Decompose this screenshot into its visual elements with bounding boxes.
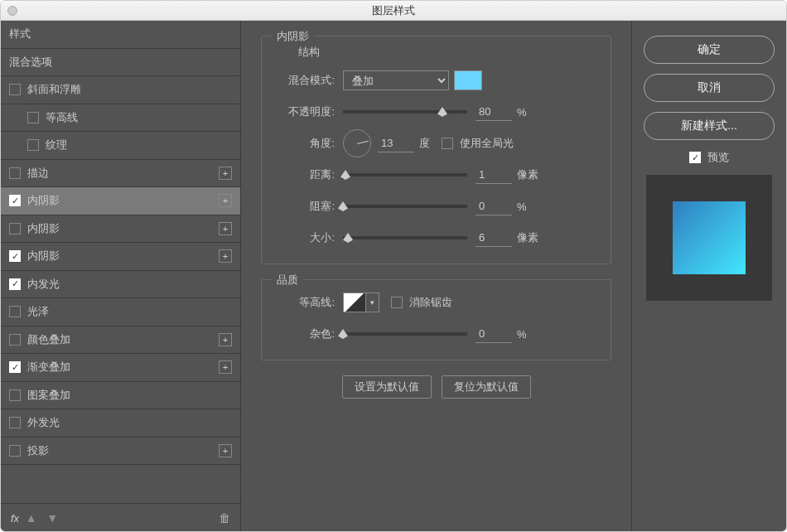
distance-slider[interactable]: [343, 173, 467, 177]
sidebar-item[interactable]: 投影+: [1, 438, 240, 466]
choke-slider[interactable]: [343, 205, 467, 208]
size-unit: 像素: [517, 230, 538, 245]
distance-unit: 像素: [517, 167, 538, 182]
effect-checkbox[interactable]: [9, 195, 21, 206]
sidebar-item-label: 渐变叠加: [27, 360, 70, 375]
plus-icon[interactable]: +: [219, 444, 232, 457]
effect-checkbox[interactable]: [9, 417, 21, 428]
global-light-checkbox[interactable]: [442, 138, 453, 149]
sidebar-item[interactable]: 外发光: [1, 409, 240, 438]
opacity-label: 不透明度:: [275, 104, 335, 119]
size-slider[interactable]: [343, 236, 467, 239]
effect-checkbox[interactable]: [27, 139, 39, 151]
angle-input[interactable]: [378, 134, 414, 152]
effect-checkbox[interactable]: [9, 278, 21, 290]
sidebar-item[interactable]: 颜色叠加+: [1, 326, 240, 355]
window-title: 图层样式: [372, 3, 415, 18]
fx-menu[interactable]: fx: [11, 512, 19, 525]
sidebar-item-label: 颜色叠加: [27, 332, 70, 347]
effect-checkbox[interactable]: [9, 84, 21, 95]
ok-button[interactable]: 确定: [644, 36, 775, 64]
sidebar-item-label: 光泽: [27, 304, 49, 319]
quality-label: 品质: [272, 273, 303, 288]
effect-checkbox[interactable]: [9, 389, 21, 401]
sidebar-item-label: 内发光: [27, 277, 60, 292]
plus-icon[interactable]: +: [219, 249, 232, 263]
sidebar-item-label: 纹理: [46, 138, 67, 152]
cancel-button[interactable]: 取消: [644, 74, 775, 102]
effect-checkbox[interactable]: [9, 361, 21, 373]
new-style-button[interactable]: 新建样式...: [644, 112, 775, 140]
choke-unit: %: [517, 201, 527, 213]
noise-slider[interactable]: [343, 332, 467, 336]
sidebar-bottom-bar: fx ▲ ▼ 🗑: [1, 503, 240, 531]
sidebar-item-label: 内阴影: [27, 221, 60, 236]
title-bar: 图层样式: [1, 1, 786, 21]
sidebar-header-blend-options[interactable]: 混合选项: [1, 49, 240, 77]
opacity-input[interactable]: [476, 103, 512, 121]
distance-input[interactable]: [476, 166, 512, 184]
sidebar-item-label: 外发光: [27, 415, 60, 430]
blend-mode-select[interactable]: 叠加: [343, 70, 449, 90]
sidebar-item[interactable]: 内阴影+: [1, 187, 240, 215]
sidebar-item[interactable]: 斜面和浮雕: [1, 76, 240, 104]
structure-group: 内阴影 结构 混合模式: 叠加 不透明度: % 角度: 度: [261, 36, 611, 264]
styles-sidebar: 样式 混合选项 斜面和浮雕等高线纹理描边+内阴影+内阴影+内阴影+内发光光泽颜色…: [1, 21, 241, 531]
color-swatch[interactable]: [454, 70, 482, 90]
effect-checkbox[interactable]: [9, 167, 21, 179]
plus-icon[interactable]: +: [219, 222, 232, 235]
sidebar-item[interactable]: 图案叠加: [1, 382, 240, 410]
slider-thumb-icon[interactable]: [437, 107, 447, 117]
opacity-unit: %: [517, 106, 527, 118]
arrow-down-icon[interactable]: ▼: [46, 511, 58, 525]
group-title: 内阴影: [272, 29, 314, 44]
noise-input[interactable]: [476, 325, 512, 343]
effect-checkbox[interactable]: [9, 306, 21, 317]
sidebar-header-styles[interactable]: 样式: [1, 21, 240, 49]
style-list: 样式 混合选项 斜面和浮雕等高线纹理描边+内阴影+内阴影+内阴影+内发光光泽颜色…: [1, 21, 240, 503]
sidebar-item[interactable]: 光泽: [1, 298, 240, 326]
slider-thumb-icon[interactable]: [343, 233, 353, 243]
sidebar-item-label: 斜面和浮雕: [27, 82, 81, 97]
sidebar-item[interactable]: 描边+: [1, 160, 240, 188]
plus-icon[interactable]: +: [219, 194, 232, 207]
sidebar-item-label: 等高线: [46, 110, 78, 125]
size-input[interactable]: [476, 229, 512, 247]
blend-mode-label: 混合模式:: [275, 73, 335, 88]
preview-checkbox[interactable]: [689, 152, 701, 163]
sidebar-item-label: 图案叠加: [27, 388, 70, 403]
sidebar-item-label: 内阴影: [27, 193, 60, 208]
sidebar-item[interactable]: 内阴影+: [1, 215, 240, 244]
reset-default-button[interactable]: 复位为默认值: [442, 375, 531, 399]
choke-input[interactable]: [476, 197, 512, 215]
contour-dropdown[interactable]: ▾: [366, 293, 379, 312]
trash-icon[interactable]: 🗑: [219, 511, 230, 525]
slider-thumb-icon[interactable]: [338, 329, 348, 339]
effect-checkbox[interactable]: [9, 250, 21, 262]
plus-icon[interactable]: +: [219, 333, 232, 346]
preview-swatch: [673, 201, 746, 274]
arrow-up-icon[interactable]: ▲: [26, 511, 37, 525]
opacity-slider[interactable]: [343, 110, 467, 114]
effect-checkbox[interactable]: [9, 445, 21, 457]
slider-thumb-icon[interactable]: [340, 170, 350, 180]
plus-icon[interactable]: +: [219, 167, 232, 180]
slider-thumb-icon[interactable]: [338, 201, 348, 211]
effect-checkbox[interactable]: [9, 334, 21, 346]
effect-checkbox[interactable]: [27, 112, 39, 123]
quality-group: 品质 等高线: ▾ 消除锯齿 杂色: %: [261, 279, 611, 360]
antialias-checkbox[interactable]: [391, 297, 403, 308]
sidebar-item[interactable]: 等高线: [1, 104, 240, 133]
preview-box: [646, 175, 772, 301]
angle-dial[interactable]: [343, 129, 371, 157]
sidebar-item[interactable]: 内阴影+: [1, 243, 240, 271]
sidebar-item[interactable]: 内发光: [1, 271, 240, 299]
plus-icon[interactable]: +: [219, 360, 232, 374]
effect-checkbox[interactable]: [9, 223, 21, 235]
sidebar-item[interactable]: 渐变叠加+: [1, 354, 240, 382]
make-default-button[interactable]: 设置为默认值: [342, 375, 432, 399]
close-icon[interactable]: [7, 6, 17, 16]
contour-preview[interactable]: [343, 293, 366, 312]
sidebar-item[interactable]: 纹理: [1, 132, 240, 160]
layer-style-dialog: 图层样式 样式 混合选项 斜面和浮雕等高线纹理描边+内阴影+内阴影+内阴影+内发…: [0, 0, 787, 532]
